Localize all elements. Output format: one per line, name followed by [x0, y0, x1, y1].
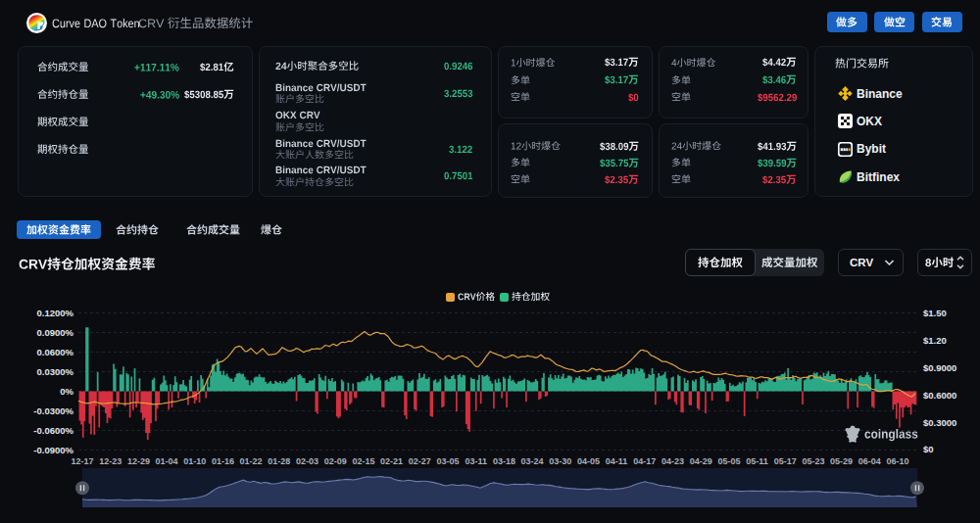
svg-text:01-10: 01-10 — [183, 456, 206, 466]
svg-text:01-22: 01-22 — [240, 456, 263, 466]
svg-text:02-21: 02-21 — [380, 456, 403, 466]
svg-text:02-27: 02-27 — [409, 456, 431, 466]
svg-text:05-23: 05-23 — [802, 456, 824, 466]
svg-text:03-11: 03-11 — [465, 456, 487, 466]
svg-text:03-30: 03-30 — [549, 456, 571, 466]
svg-text:12-23: 12-23 — [99, 456, 122, 466]
svg-text:05-11: 05-11 — [746, 456, 768, 466]
svg-text:04-11: 04-11 — [606, 456, 628, 466]
svg-text:$0.9000: $0.9000 — [923, 362, 956, 373]
svg-text:05-29: 05-29 — [830, 456, 853, 466]
svg-text:12-29: 12-29 — [127, 456, 150, 466]
svg-text:05-17: 05-17 — [774, 456, 797, 466]
svg-text:01-28: 01-28 — [268, 456, 290, 466]
svg-text:04-17: 04-17 — [633, 456, 656, 466]
svg-text:04-05: 04-05 — [577, 456, 600, 466]
svg-text:04-23: 04-23 — [662, 456, 684, 466]
svg-text:0.0600%: 0.0600% — [36, 347, 74, 357]
svg-text:0.0300%: 0.0300% — [36, 366, 74, 377]
svg-text:12-17: 12-17 — [71, 456, 93, 466]
svg-text:02-09: 02-09 — [324, 456, 347, 466]
svg-text:$1.20: $1.20 — [923, 335, 947, 346]
svg-text:$0.3000: $0.3000 — [923, 417, 956, 428]
svg-text:$0: $0 — [923, 444, 934, 454]
svg-text:04-29: 04-29 — [690, 456, 712, 466]
svg-text:0.0900%: 0.0900% — [36, 327, 74, 338]
svg-text:-0.0900%: -0.0900% — [33, 445, 74, 455]
svg-text:0.1200%: 0.1200% — [36, 308, 74, 318]
svg-text:02-15: 02-15 — [352, 456, 374, 466]
svg-text:03-24: 03-24 — [520, 456, 543, 466]
svg-text:05-05: 05-05 — [717, 456, 740, 466]
svg-text:$0.6000: $0.6000 — [923, 390, 956, 401]
svg-text:06-10: 06-10 — [886, 456, 908, 466]
svg-text:06-04: 06-04 — [858, 456, 881, 466]
svg-text:02-03: 02-03 — [296, 456, 318, 466]
svg-text:03-05: 03-05 — [436, 456, 459, 466]
svg-text:01-04: 01-04 — [156, 456, 178, 466]
svg-text:01-16: 01-16 — [212, 456, 234, 466]
svg-text:03-18: 03-18 — [493, 456, 515, 466]
svg-text:-0.0300%: -0.0300% — [33, 405, 74, 416]
svg-text:-0.0600%: -0.0600% — [33, 425, 74, 436]
svg-text:$1.50: $1.50 — [923, 308, 947, 318]
svg-text:0%: 0% — [60, 386, 74, 397]
